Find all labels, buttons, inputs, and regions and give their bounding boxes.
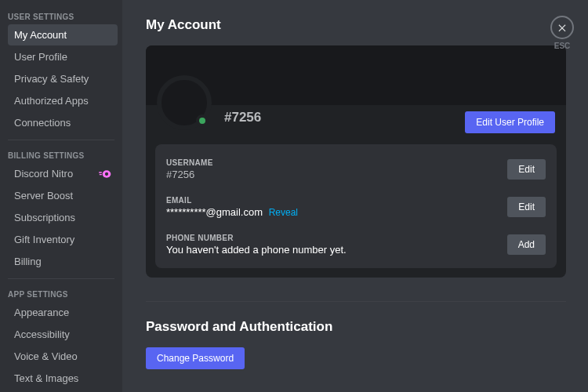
sidebar-item-privacy-safety[interactable]: Privacy & Safety bbox=[8, 68, 118, 89]
sidebar-item-discord-nitro[interactable]: Discord Nitro bbox=[8, 163, 118, 184]
account-fields: Username #7256 Edit Email **********@gma… bbox=[155, 144, 557, 268]
sidebar-item-voice-video[interactable]: Voice & Video bbox=[8, 346, 118, 367]
sidebar-item-billing[interactable]: Billing bbox=[8, 251, 118, 272]
sidebar-item-label: Billing bbox=[14, 256, 42, 267]
field-label: Email bbox=[166, 196, 298, 205]
edit-username-button[interactable]: Edit bbox=[507, 159, 546, 180]
account-card: #7256 Edit User Profile Username #7256 E… bbox=[146, 45, 566, 278]
sidebar-item-gift-inventory[interactable]: Gift Inventory bbox=[8, 229, 118, 250]
sidebar-item-label: Privacy & Safety bbox=[14, 73, 89, 85]
sidebar-item-user-profile[interactable]: User Profile bbox=[8, 46, 118, 67]
settings-sidebar: User Settings My Account User Profile Pr… bbox=[0, 0, 122, 392]
field-username: Username #7256 Edit bbox=[166, 155, 546, 193]
sidebar-item-label: Appearance bbox=[14, 307, 69, 318]
phone-value: You haven't added a phone number yet. bbox=[166, 244, 347, 256]
sidebar-section-header-billing: Billing Settings bbox=[8, 147, 118, 163]
sidebar-item-my-account[interactable]: My Account bbox=[8, 24, 118, 45]
divider bbox=[8, 278, 114, 279]
svg-rect-3 bbox=[100, 174, 102, 175]
sidebar-item-text-images[interactable]: Text & Images bbox=[8, 368, 118, 389]
profile-discriminator: #7256 bbox=[224, 110, 261, 125]
divider bbox=[146, 301, 566, 302]
field-label: Username bbox=[166, 158, 213, 167]
password-section-title: Password and Authentication bbox=[146, 319, 566, 335]
divider bbox=[8, 140, 114, 140]
edit-email-button[interactable]: Edit bbox=[507, 197, 546, 217]
sidebar-item-label: Gift Inventory bbox=[14, 234, 74, 245]
field-label: Phone Number bbox=[166, 234, 347, 242]
close-button[interactable] bbox=[550, 16, 574, 39]
sidebar-item-server-boost[interactable]: Server Boost bbox=[8, 185, 118, 206]
nitro-icon bbox=[99, 169, 111, 179]
sidebar-item-label: User Profile bbox=[14, 51, 67, 63]
sidebar-item-accessibility[interactable]: Accessibility bbox=[8, 324, 118, 345]
reveal-email-link[interactable]: Reveal bbox=[269, 207, 298, 218]
main-content: ESC My Account #7256 Edit User Profile U… bbox=[122, 0, 588, 392]
sidebar-section-header-app: App Settings bbox=[8, 285, 118, 302]
avatar[interactable] bbox=[157, 75, 212, 130]
change-password-button[interactable]: Change Password bbox=[146, 347, 245, 369]
svg-rect-2 bbox=[99, 172, 102, 172]
email-value: **********@gmail.com bbox=[166, 206, 263, 218]
sidebar-item-label: My Account bbox=[14, 29, 67, 41]
field-phone: Phone Number You haven't added a phone n… bbox=[166, 230, 546, 257]
close-esc-label: ESC bbox=[554, 42, 571, 50]
sidebar-item-appearance[interactable]: Appearance bbox=[8, 302, 118, 323]
field-email: Email **********@gmail.com Reveal Edit bbox=[166, 193, 546, 230]
sidebar-item-authorized-apps[interactable]: Authorized Apps bbox=[8, 90, 118, 111]
sidebar-item-subscriptions[interactable]: Subscriptions bbox=[8, 207, 118, 228]
sidebar-item-label: Subscriptions bbox=[14, 212, 75, 223]
svg-point-1 bbox=[105, 172, 108, 175]
close-wrap: ESC bbox=[550, 16, 574, 50]
sidebar-item-label: Connections bbox=[14, 117, 71, 129]
add-phone-button[interactable]: Add bbox=[507, 234, 546, 255]
username-discriminator: #7256 bbox=[166, 169, 194, 180]
sidebar-item-connections[interactable]: Connections bbox=[8, 112, 118, 133]
sidebar-item-label: Server Boost bbox=[14, 190, 73, 201]
page-title: My Account bbox=[146, 17, 566, 33]
sidebar-section-header-user: User Settings bbox=[8, 8, 118, 24]
edit-user-profile-button[interactable]: Edit User Profile bbox=[465, 111, 555, 133]
sidebar-item-label: Accessibility bbox=[14, 328, 70, 340]
sidebar-item-label: Voice & Video bbox=[14, 350, 78, 362]
sidebar-item-label: Authorized Apps bbox=[14, 95, 89, 107]
close-icon bbox=[557, 22, 568, 33]
sidebar-item-label: Text & Images bbox=[14, 372, 78, 384]
sidebar-item-label: Discord Nitro bbox=[14, 168, 73, 180]
status-indicator-online bbox=[196, 114, 209, 127]
